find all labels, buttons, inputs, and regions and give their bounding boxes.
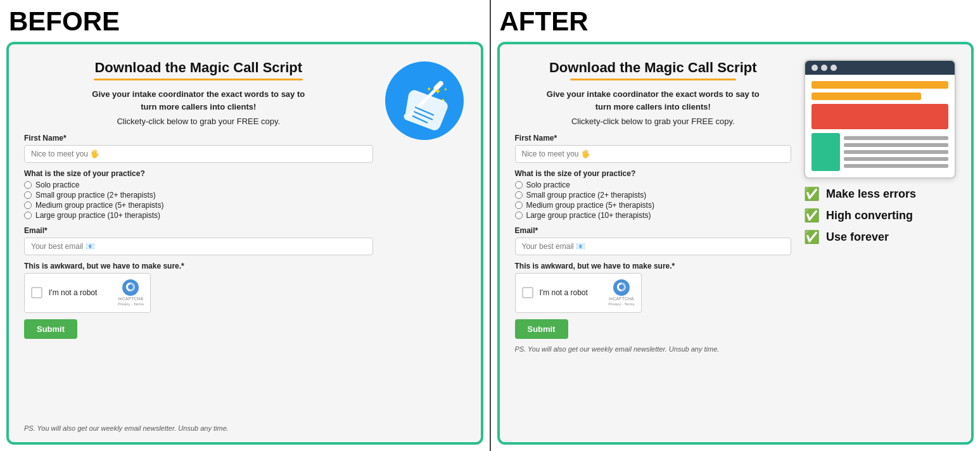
before-email-label: Email*	[24, 226, 373, 235]
before-captcha-text: I'm not a robot	[49, 288, 111, 297]
before-form-area: Download the Magic Call Script Give your…	[24, 60, 373, 345]
before-practice-label: What is the size of your practice?	[24, 169, 373, 178]
browser-lines	[844, 133, 948, 171]
before-radio-small[interactable]: Small group practice (2+ therapists)	[24, 191, 373, 200]
recaptcha-brand: reCAPTCHAPrivacy - Terms	[118, 296, 144, 307]
after-captcha-text: I'm not a robot	[540, 288, 602, 297]
before-practice-group: What is the size of your practice? Solo …	[24, 169, 373, 220]
check-item-3: ✅ Use forever	[804, 229, 956, 245]
after-email-label: Email*	[515, 226, 792, 235]
before-firstname-input[interactable]	[24, 145, 373, 163]
browser-mockup	[804, 60, 956, 179]
after-radio-large[interactable]: Large group practice (10+ therapists)	[515, 211, 792, 220]
after-right-area: ✅ Make less errors ✅ High converting ✅ U…	[804, 60, 956, 353]
after-left-area: Download the Magic Call Script Give your…	[515, 60, 792, 353]
after-submit-button[interactable]: Submit	[515, 319, 568, 339]
browser-bottom-section	[811, 133, 948, 171]
before-title-underline	[94, 79, 303, 80]
browser-dot-2	[821, 65, 827, 71]
before-radio-solo[interactable]: Solo practice	[24, 181, 373, 189]
before-ps-text: PS. You will also get our weekly email n…	[24, 424, 466, 432]
after-title-underline	[570, 79, 736, 80]
before-captcha-label: This is awkward, but we have to make sur…	[24, 262, 373, 270]
before-card-title: Download the Magic Call Script	[24, 60, 373, 76]
after-panel: AFTER Download the Magic Call Script Giv…	[491, 0, 981, 451]
svg-text:✦: ✦	[426, 86, 431, 92]
after-practice-group: What is the size of your practice? Solo …	[515, 169, 792, 220]
magic-wand-icon: ✦ ✦ ✦ ✦	[383, 60, 466, 142]
check-label-2: High converting	[826, 209, 913, 222]
browser-bar	[805, 61, 955, 75]
browser-dot-3	[830, 65, 837, 71]
before-email-input[interactable]	[24, 238, 373, 255]
before-card-subtitle: Give your intake coordinator the exact w…	[24, 88, 373, 113]
check-icon-1: ✅	[804, 186, 820, 201]
after-email-input[interactable]	[515, 238, 792, 255]
check-icon-3: ✅	[804, 229, 820, 245]
before-captcha-box[interactable]: I'm not a robot reCAPTCHAPrivacy - Terms	[24, 273, 151, 313]
check-label-3: Use forever	[826, 231, 889, 244]
check-item-2: ✅ High converting	[804, 208, 956, 223]
before-panel: BEFORE Download the Magic Call Script Gi…	[0, 0, 490, 451]
after-label: AFTER	[497, 6, 974, 37]
before-card: Download the Magic Call Script Give your…	[6, 42, 483, 445]
before-firstname-label: First Name*	[24, 134, 373, 143]
before-captcha-check[interactable]	[31, 287, 42, 298]
check-label-1: Make less errors	[826, 187, 916, 201]
after-captcha-label: This is awkward, but we have to make sur…	[515, 262, 792, 270]
svg-point-0	[122, 279, 139, 296]
browser-line-1	[844, 136, 948, 140]
after-recaptcha: reCAPTCHAPrivacy - Terms	[608, 279, 634, 307]
after-practice-label: What is the size of your practice?	[515, 169, 792, 178]
after-recaptcha-brand: reCAPTCHAPrivacy - Terms	[608, 296, 634, 307]
after-clicktext: Clickety-click below to grab your FREE c…	[515, 117, 792, 126]
before-clicktext: Clickety-click below to grab your FREE c…	[24, 117, 373, 126]
browser-line-3	[844, 150, 948, 154]
browser-dot-1	[811, 65, 818, 71]
before-submit-button[interactable]: Submit	[24, 319, 77, 339]
browser-red-block	[811, 104, 948, 129]
browser-content	[805, 75, 955, 177]
before-radio-medium[interactable]: Medium group practice (5+ therapists)	[24, 201, 373, 210]
check-icon-2: ✅	[804, 208, 820, 223]
before-radio-large[interactable]: Large group practice (10+ therapists)	[24, 211, 373, 220]
svg-point-11	[613, 279, 630, 296]
after-card-title: Download the Magic Call Script	[515, 60, 792, 76]
before-label: BEFORE	[6, 6, 483, 37]
after-card-subtitle: Give your intake coordinator the exact w…	[515, 88, 792, 113]
browser-line-5	[844, 164, 948, 168]
recaptcha-icon	[122, 279, 139, 296]
after-ps-text: PS. You will also get our weekly email n…	[515, 345, 792, 353]
after-radio-medium[interactable]: Medium group practice (5+ therapists)	[515, 201, 792, 210]
after-firstname-label: First Name*	[515, 134, 792, 143]
after-captcha-check[interactable]	[522, 287, 533, 298]
check-item-1: ✅ Make less errors	[804, 186, 956, 201]
checklist: ✅ Make less errors ✅ High converting ✅ U…	[804, 186, 956, 245]
magic-icon-container: ✦ ✦ ✦ ✦	[383, 60, 466, 144]
browser-orange-bar-1	[811, 81, 948, 89]
browser-line-4	[844, 157, 948, 161]
browser-orange-bar-2	[811, 92, 921, 100]
after-card: Download the Magic Call Script Give your…	[497, 42, 974, 445]
after-recaptcha-icon	[613, 279, 630, 296]
browser-line-2	[844, 143, 948, 147]
after-firstname-input[interactable]	[515, 145, 792, 163]
svg-text:✦: ✦	[434, 86, 442, 96]
after-captcha-box[interactable]: I'm not a robot reCAPTCHAPrivacy - Terms	[515, 273, 642, 313]
svg-text:✦: ✦	[443, 87, 448, 92]
after-radio-solo[interactable]: Solo practice	[515, 181, 792, 189]
browser-teal-block	[811, 133, 840, 171]
after-radio-small[interactable]: Small group practice (2+ therapists)	[515, 191, 792, 200]
before-recaptcha: reCAPTCHAPrivacy - Terms	[118, 279, 144, 307]
